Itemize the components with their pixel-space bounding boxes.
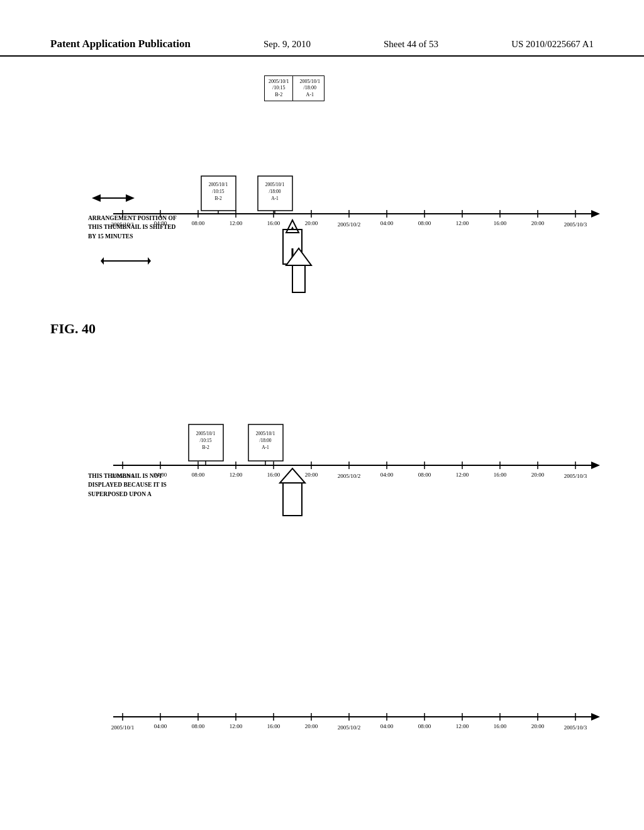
svg-text:/10:15: /10:15: [212, 189, 224, 194]
svg-text:12:00: 12:00: [230, 723, 243, 729]
svg-text:B-2: B-2: [214, 196, 222, 201]
svg-text:20:00: 20:00: [305, 220, 318, 226]
callout-thumb1: 2005/10/1 /10:15 B-2: [265, 76, 293, 101]
svg-marker-1: [591, 210, 600, 218]
svg-text:04:00: 04:00: [380, 472, 394, 478]
svg-marker-91: [280, 468, 305, 483]
svg-text:2005/10/1: 2005/10/1: [265, 182, 285, 187]
svg-text:12:00: 12:00: [230, 472, 243, 478]
patent-number: US 2010/0225667 A1: [511, 39, 594, 50]
upper-annotation: ARRANGEMENT POSITION OF THIS THUMBNAIL I…: [88, 214, 177, 241]
svg-text:2005/10/3: 2005/10/3: [564, 473, 587, 479]
svg-text:12:00: 12:00: [456, 472, 469, 478]
svg-text:/18:00: /18:00: [269, 189, 280, 194]
svg-rect-50: [292, 264, 305, 292]
svg-text:16:00: 16:00: [494, 472, 507, 478]
svg-text:B-2: B-2: [202, 445, 209, 450]
lower-annotation: THIS THUMBNAIL IS NOT DISPLAYED BECAUSE …: [88, 472, 167, 499]
svg-text:20:00: 20:00: [531, 220, 545, 226]
svg-marker-48: [101, 257, 104, 265]
svg-text:12:00: 12:00: [456, 723, 469, 729]
figure-area: FIG. 40 2005/10/1 /10:15 B-2 2005/10/1 /…: [50, 69, 619, 792]
svg-text:08:00: 08:00: [192, 723, 205, 729]
middle-timeline-svg: 2005/10/1 04:00 08:00 12:00 16:00 20:00 …: [88, 402, 604, 528]
svg-text:04:00: 04:00: [380, 220, 394, 226]
svg-text:20:00: 20:00: [305, 472, 318, 478]
publication-title: Patent Application Publication: [50, 38, 191, 50]
svg-text:08:00: 08:00: [418, 723, 431, 729]
svg-text:08:00: 08:00: [418, 472, 431, 478]
svg-marker-53: [591, 462, 600, 469]
svg-text:2005/10/1: 2005/10/1: [209, 182, 228, 187]
top-callout-diagram: 2005/10/1 /10:15 B-2 2005/10/1 /18:00 A-…: [264, 75, 325, 101]
svg-text:20:00: 20:00: [305, 723, 318, 729]
svg-text:/18:00: /18:00: [259, 438, 271, 443]
svg-text:/10:15: /10:15: [199, 438, 211, 443]
bottom-timeline-svg: 2005/10/1 04:00 08:00 12:00 16:00 20:00 …: [88, 654, 604, 780]
page-header: Patent Application Publication Sep. 9, 2…: [0, 38, 644, 57]
svg-text:2005/10/1: 2005/10/1: [256, 431, 275, 436]
svg-marker-49: [148, 257, 151, 265]
svg-text:16:00: 16:00: [267, 472, 280, 478]
svg-text:2005/10/3: 2005/10/3: [564, 724, 587, 731]
svg-text:2005/10/1: 2005/10/1: [196, 431, 216, 436]
svg-text:08:00: 08:00: [192, 220, 205, 226]
publication-date: Sep. 9, 2010: [264, 39, 311, 50]
svg-text:12:00: 12:00: [456, 220, 469, 226]
svg-text:12:00: 12:00: [230, 220, 243, 226]
callout-thumb2: 2005/10/1 /18:00 A-1: [296, 76, 323, 101]
svg-text:A-1: A-1: [271, 196, 279, 201]
svg-rect-90: [283, 481, 302, 516]
svg-text:04:00: 04:00: [154, 723, 167, 729]
svg-text:20:00: 20:00: [531, 723, 545, 729]
svg-text:A-1: A-1: [262, 445, 269, 450]
svg-text:16:00: 16:00: [267, 723, 280, 729]
svg-text:16:00: 16:00: [494, 220, 507, 226]
svg-text:08:00: 08:00: [418, 220, 431, 226]
svg-text:2005/10/3: 2005/10/3: [564, 221, 587, 228]
svg-text:04:00: 04:00: [380, 723, 394, 729]
upper-annotation-arrow: [101, 252, 151, 270]
svg-text:2005/10/2: 2005/10/2: [338, 724, 361, 731]
svg-text:20:00: 20:00: [531, 472, 545, 478]
fig-label: FIG. 40: [50, 321, 96, 337]
sheet-number: Sheet 44 of 53: [384, 39, 438, 50]
svg-marker-46: [126, 194, 135, 202]
svg-text:2005/10/1: 2005/10/1: [111, 724, 135, 731]
svg-text:16:00: 16:00: [267, 220, 280, 226]
svg-text:08:00: 08:00: [192, 472, 205, 478]
upper-arrow-diagram: [283, 245, 314, 296]
svg-text:16:00: 16:00: [494, 723, 507, 729]
svg-text:2005/10/2: 2005/10/2: [338, 221, 361, 228]
svg-marker-51: [286, 248, 311, 265]
svg-marker-93: [591, 713, 600, 721]
svg-marker-44: [92, 194, 101, 202]
svg-text:2005/10/2: 2005/10/2: [338, 473, 361, 479]
